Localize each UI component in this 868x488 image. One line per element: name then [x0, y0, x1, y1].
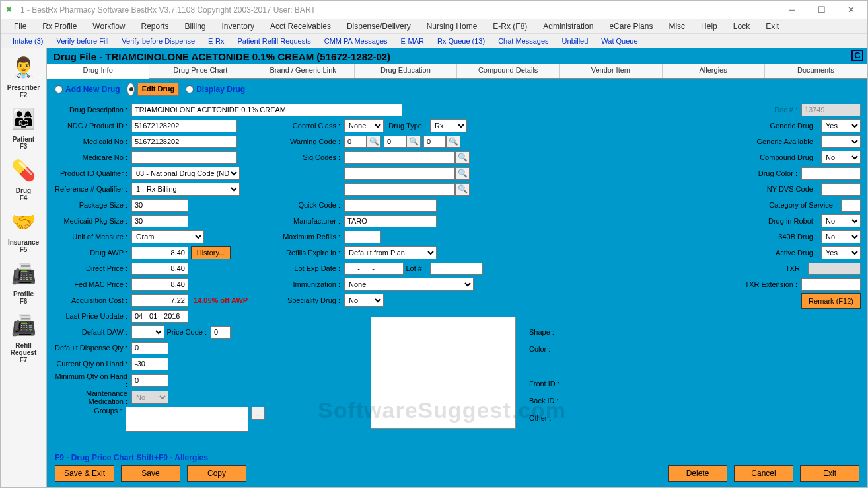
- link-verify-before-dispense[interactable]: Verify before Dispense: [115, 35, 201, 47]
- generic-drug-select[interactable]: Yes: [821, 119, 861, 132]
- warn2-lookup-icon[interactable]: 🔍: [406, 136, 421, 148]
- sidebar-item-refill-request[interactable]: 📠Refill RequestF7: [2, 309, 46, 364]
- display-drug-radio[interactable]: Display Drug: [186, 85, 245, 94]
- manufacturer-input[interactable]: [344, 215, 437, 227]
- generic-available-select[interactable]: [821, 135, 861, 148]
- link-wat-queue[interactable]: Wat Queue: [595, 35, 644, 47]
- copy-button[interactable]: Copy: [187, 465, 246, 482]
- tab-drug-info[interactable]: Drug Info: [47, 64, 149, 79]
- medicaid-no-input[interactable]: [131, 136, 237, 148]
- lot-exp-date-input[interactable]: [344, 263, 404, 275]
- menu-acct-receivables[interactable]: Acct Receivables: [262, 20, 339, 33]
- quick-code-input[interactable]: [344, 199, 437, 212]
- sidebar-item-prescriber[interactable]: 👨‍⚕️PrescriberF2: [2, 51, 46, 99]
- drug-in-robot-select[interactable]: No: [821, 214, 861, 227]
- edit-drug-radio[interactable]: Edit Drug: [127, 83, 180, 96]
- compound-drug-select[interactable]: No: [821, 151, 861, 164]
- groups-input[interactable]: [126, 407, 248, 432]
- menu-inventory[interactable]: Inventory: [214, 20, 262, 33]
- sig2-lookup-icon[interactable]: 🔍: [455, 167, 470, 180]
- menu-file[interactable]: File: [6, 20, 34, 33]
- default-daw-select[interactable]: [131, 325, 164, 339]
- category-service-input[interactable]: [841, 199, 861, 212]
- tab-drug-price-chart[interactable]: Drug Price Chart: [149, 64, 252, 78]
- link-unbilled[interactable]: Unbilled: [556, 35, 595, 47]
- tab-drug-education[interactable]: Drug Education: [355, 64, 457, 78]
- drug-color-input[interactable]: [801, 167, 861, 180]
- drug-description-input[interactable]: [131, 104, 402, 116]
- minimize-button[interactable]: ─: [777, 1, 807, 19]
- warn3-input[interactable]: [423, 136, 446, 148]
- sig3-lookup-icon[interactable]: 🔍: [455, 183, 470, 196]
- menu-reports[interactable]: Reports: [133, 20, 176, 33]
- exit-button[interactable]: Exit: [800, 465, 859, 482]
- link-e-rx[interactable]: E-Rx: [201, 35, 231, 47]
- awp-input[interactable]: [131, 247, 188, 259]
- menu-help[interactable]: Help: [693, 20, 725, 33]
- reference-qualifier-select[interactable]: 1 - Rx Billing: [131, 183, 240, 196]
- warn1-lookup-icon[interactable]: 🔍: [367, 136, 381, 148]
- warn2-input[interactable]: [384, 136, 406, 148]
- menu-workflow[interactable]: Workflow: [85, 20, 133, 33]
- save-exit-button[interactable]: Save & Exit: [55, 465, 114, 482]
- menu-ecare-plans[interactable]: eCare Plans: [601, 20, 661, 33]
- link-chat-messages[interactable]: Chat Messages: [491, 35, 555, 47]
- delete-button[interactable]: Delete: [668, 465, 727, 482]
- close-button[interactable]: ✕: [836, 1, 866, 19]
- menu-lock[interactable]: Lock: [725, 20, 758, 33]
- default-dispense-qty-input[interactable]: [131, 342, 168, 354]
- tab-brand-generic-link[interactable]: Brand / Generic Link: [252, 64, 355, 78]
- last-price-update-input[interactable]: [131, 310, 188, 323]
- history-button[interactable]: History...: [191, 246, 231, 259]
- max-refills-input[interactable]: [344, 231, 381, 243]
- acquisition-cost-input[interactable]: [131, 294, 188, 307]
- groups-browse-button[interactable]: ...: [251, 407, 265, 420]
- link-patient-refill-requests[interactable]: Patient Refill Requests: [231, 35, 317, 47]
- tab-documents[interactable]: Documents: [765, 64, 867, 78]
- txr-extension-input[interactable]: [801, 278, 861, 291]
- drug-type-select[interactable]: Rx: [430, 119, 467, 132]
- maximize-button[interactable]: ☐: [807, 1, 836, 19]
- link-rx-queue-13-[interactable]: Rx Queue (13): [431, 35, 491, 47]
- save-button[interactable]: Save: [121, 465, 180, 482]
- link-cmm-pa-messages[interactable]: CMM PA Messages: [318, 35, 394, 47]
- menu-misc[interactable]: Misc: [661, 20, 693, 33]
- immunization-select[interactable]: None: [344, 278, 474, 291]
- current-qty-input[interactable]: [131, 358, 168, 370]
- fed-mac-input[interactable]: [131, 278, 188, 291]
- tab-vendor-item[interactable]: Vendor Item: [560, 64, 662, 78]
- tab-compound-details[interactable]: Compound Details: [457, 64, 560, 78]
- menu-e-rx-f8-[interactable]: E-Rx (F8): [485, 20, 535, 33]
- product-id-qualifier-select[interactable]: 03 - National Drug Code (NDC: [131, 167, 240, 180]
- link-intake-3-[interactable]: Intake (3): [6, 35, 50, 47]
- cancel-button[interactable]: Cancel: [734, 465, 793, 482]
- link-verify-before-fill[interactable]: Verify before Fill: [50, 35, 115, 47]
- tab-allergies[interactable]: Allergies: [663, 64, 765, 78]
- medicare-no-input[interactable]: [131, 151, 237, 164]
- sig2-input[interactable]: [344, 167, 455, 180]
- menu-exit[interactable]: Exit: [758, 20, 787, 33]
- menu-rx-profile[interactable]: Rx Profile: [34, 20, 85, 33]
- warn3-lookup-icon[interactable]: 🔍: [446, 136, 460, 148]
- warn1-input[interactable]: [344, 136, 367, 148]
- menu-dispense-delivery[interactable]: Dispense/Delivery: [339, 20, 419, 33]
- control-class-select[interactable]: None: [344, 119, 384, 132]
- price-code-input[interactable]: [211, 326, 231, 339]
- unit-of-measure-select[interactable]: Gram: [131, 230, 204, 243]
- sig3-input[interactable]: [344, 183, 455, 196]
- sig1-lookup-icon[interactable]: 🔍: [455, 151, 470, 164]
- medicaid-pkg-size-input[interactable]: [131, 215, 188, 227]
- minimum-qty-input[interactable]: [131, 374, 168, 387]
- menu-billing[interactable]: Billing: [177, 20, 214, 33]
- menu-nursing-home[interactable]: Nursing Home: [419, 20, 486, 33]
- ny-dvs-input[interactable]: [821, 183, 861, 196]
- menu-administration[interactable]: Administration: [535, 20, 601, 33]
- sidebar-item-drug[interactable]: 💊DrugF4: [2, 154, 46, 202]
- link-e-mar[interactable]: E-MAR: [394, 35, 431, 47]
- 340b-drug-select[interactable]: No: [821, 230, 861, 243]
- remark-button[interactable]: Remark (F12): [801, 293, 861, 309]
- sig1-input[interactable]: [344, 151, 455, 164]
- speciality-drug-select[interactable]: No: [344, 294, 384, 307]
- active-drug-select[interactable]: Yes: [821, 246, 861, 259]
- add-drug-radio[interactable]: Add New Drug: [55, 85, 120, 94]
